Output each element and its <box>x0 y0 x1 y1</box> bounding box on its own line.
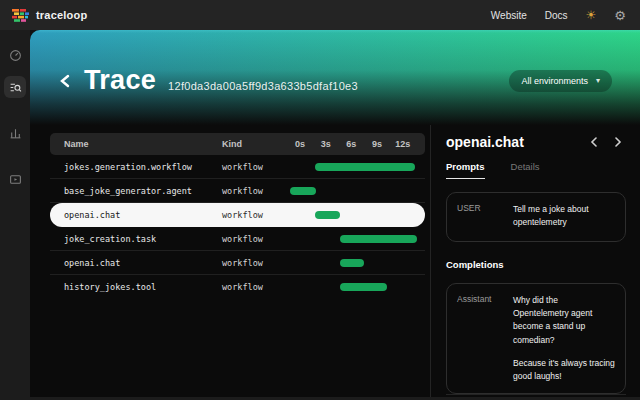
table-row[interactable]: openai.chat workflow <box>50 203 425 227</box>
span-timeline <box>290 203 420 226</box>
span-detail-panel: openai.chat Prompts Details USER Tell me… <box>430 125 640 400</box>
message-role-label: USER <box>457 203 503 231</box>
table-row[interactable]: joke_creation.task workflow <box>50 227 425 251</box>
theme-toggle-sun-icon[interactable]: ☀ <box>586 9 597 21</box>
span-name: history_jokes.tool <box>64 282 222 292</box>
timeline-tick-label: 6s <box>346 139 356 149</box>
next-span-button[interactable] <box>614 137 622 147</box>
span-name: joke_creation.task <box>64 234 222 244</box>
bar-chart-icon <box>9 127 22 140</box>
settings-gear-icon[interactable]: ⚙ <box>614 9 626 22</box>
message-role-label: Assistant <box>457 294 503 383</box>
duration-bar <box>315 211 340 219</box>
chevron-right-icon <box>614 137 622 147</box>
table-row[interactable]: jokes.generation.workflow workflow <box>50 155 425 179</box>
table-row[interactable]: openai.chat workflow <box>50 251 425 275</box>
duration-bar <box>340 283 387 291</box>
docs-link[interactable]: Docs <box>545 10 568 21</box>
page-title: Trace <box>84 65 156 96</box>
span-kind: workflow <box>222 258 290 268</box>
environment-selector[interactable]: All environments ▾ <box>509 70 612 92</box>
timeline-tick-label: 9s <box>372 139 382 149</box>
dashboard-icon <box>9 49 22 62</box>
column-header-name: Name <box>64 139 222 149</box>
span-timeline <box>290 179 420 202</box>
span-timeline <box>290 251 420 274</box>
duration-bar <box>315 163 415 171</box>
prompt-message-text: Tell me a joke about opentelemetry <box>513 203 615 231</box>
chevron-down-icon: ▾ <box>596 76 600 85</box>
span-kind: workflow <box>222 234 290 244</box>
detail-tabs: Prompts Details <box>446 161 626 179</box>
sidebar-item-playground[interactable] <box>4 168 26 190</box>
sidebar-item-traces[interactable] <box>4 76 26 98</box>
table-row[interactable]: history_jokes.tool workflow <box>50 275 425 299</box>
completion-message-box: Assistant Why did the Opentelemetry agen… <box>446 283 626 394</box>
span-timeline <box>290 275 420 299</box>
duration-bar <box>290 187 316 195</box>
span-detail-title: openai.chat <box>446 134 524 150</box>
chevron-left-icon <box>590 137 598 147</box>
span-name: openai.chat <box>64 210 222 220</box>
prompt-message-box: USER Tell me a joke about opentelemetry <box>446 192 626 242</box>
completion-message-text: Why did the Opentelemetry agent become a… <box>513 294 615 383</box>
left-sidebar <box>0 30 30 400</box>
chevron-left-icon <box>59 74 71 88</box>
span-kind: workflow <box>222 186 290 196</box>
table-row[interactable]: base_joke_generator.agent workflow <box>50 179 425 203</box>
trace-header: Trace 12f0da3da00a5ff9d3a633b5dfaf10e3 A… <box>30 30 640 125</box>
timeline-tick-label: 12s <box>395 139 410 149</box>
timeline-tick-label: 0s <box>295 139 305 149</box>
completions-heading: Completions <box>446 259 626 270</box>
traceloop-logo[interactable]: traceloop <box>12 9 87 22</box>
tab-details[interactable]: Details <box>511 161 540 179</box>
environment-selector-label: All environments <box>521 76 588 86</box>
prev-span-button[interactable] <box>590 137 598 147</box>
column-header-kind: Kind <box>222 139 290 149</box>
duration-bar <box>340 259 364 267</box>
table-header-row: Name Kind 0s3s6s9s12s <box>50 133 425 155</box>
top-bar: traceloop Website Docs ☀ ⚙ <box>0 0 640 30</box>
span-timeline <box>290 227 420 250</box>
span-kind: workflow <box>222 210 290 220</box>
spans-table: Name Kind 0s3s6s9s12s jokes.generation.w… <box>50 133 425 299</box>
trace-id: 12f0da3da00a5ff9d3a633b5dfaf10e3 <box>168 80 358 92</box>
traces-search-icon <box>9 81 22 94</box>
span-name: jokes.generation.workflow <box>64 162 222 172</box>
play-screen-icon <box>9 173 22 186</box>
website-link[interactable]: Website <box>491 10 527 21</box>
duration-bar <box>340 235 417 243</box>
table-body: jokes.generation.workflow workflow base_… <box>50 155 425 299</box>
timeline-axis: 0s3s6s9s12s <box>290 133 420 155</box>
sidebar-item-dashboard[interactable] <box>4 44 26 66</box>
span-name: base_joke_generator.agent <box>64 186 222 196</box>
span-name: openai.chat <box>64 258 222 268</box>
span-kind: workflow <box>222 162 290 172</box>
spans-table-area: Name Kind 0s3s6s9s12s jokes.generation.w… <box>30 125 430 400</box>
main-panel: Trace 12f0da3da00a5ff9d3a633b5dfaf10e3 A… <box>30 30 640 400</box>
span-timeline <box>290 155 420 178</box>
timeline-tick-label: 3s <box>321 139 331 149</box>
tab-prompts[interactable]: Prompts <box>446 161 485 179</box>
sidebar-item-metrics[interactable] <box>4 122 26 144</box>
span-kind: workflow <box>222 282 290 292</box>
back-button[interactable] <box>56 72 74 90</box>
traceloop-logo-icon <box>12 9 29 22</box>
brand-name: traceloop <box>36 9 87 21</box>
